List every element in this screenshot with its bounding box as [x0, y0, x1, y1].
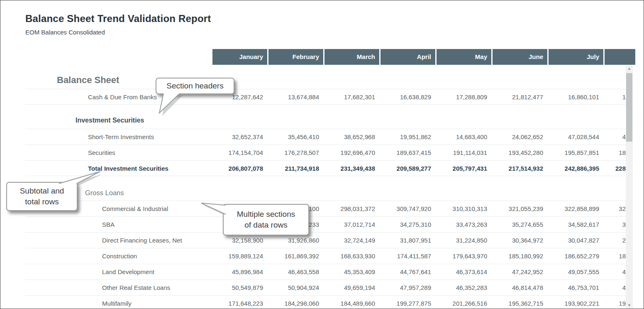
- cell-may: 46,352,283: [437, 280, 493, 295]
- cell-july: 193,902,221: [549, 296, 605, 309]
- cell-clipped: 19: [605, 296, 626, 309]
- cell-july: 46,753,701: [549, 280, 605, 295]
- cell-clipped: 32: [605, 201, 626, 216]
- cell-july: 30,047,827: [549, 233, 605, 248]
- table-row: Direct Financing Leases, Net 32,158,900 …: [25, 232, 626, 248]
- vertical-scrollbar[interactable]: ▲ ▼: [626, 66, 633, 309]
- cell-january: 206,807,078: [212, 161, 268, 176]
- cell-july: 49,057,555: [549, 264, 605, 280]
- cell-april: 189,637,415: [381, 145, 437, 160]
- column-header-february: February: [268, 49, 323, 65]
- cell-april: 16,638,829: [381, 89, 437, 105]
- cell-june: 193,452,280: [493, 145, 549, 160]
- cell-july: 16,860,101: [549, 89, 605, 105]
- scroll-down-icon[interactable]: ▼: [626, 302, 633, 309]
- section-header-label: Investment Securities: [76, 114, 144, 127]
- table-section-title: Balance Sheet: [57, 75, 119, 86]
- page-subtitle: EOM Balances Consolidated: [25, 29, 105, 36]
- cell-may: 33,473,263: [437, 217, 493, 232]
- cell-clipped: 1: [605, 89, 626, 105]
- table-row: Securities 174,154,704 176,278,507 192,6…: [25, 145, 626, 160]
- cell-february: 13,674,884: [268, 89, 324, 105]
- scroll-up-icon[interactable]: ▲: [626, 66, 633, 72]
- cell-april: 209,589,277: [381, 161, 437, 176]
- table-row: Land Development 45,896,984 46,463,558 4…: [25, 264, 626, 280]
- cell-april: 31,807,951: [381, 233, 437, 248]
- table-row: Cash & Due From Banks 12,287,642 13,674,…: [25, 89, 626, 105]
- cell-march: 45,353,409: [324, 264, 381, 280]
- callout-text: Section headers: [166, 81, 223, 91]
- table-row: Short-Term Investments 32,652,374 35,456…: [25, 129, 626, 145]
- cell-january: 50,549,879: [212, 280, 268, 295]
- cell-june: 21,812,477: [493, 89, 549, 105]
- row-label: Commercial & Industrial: [102, 201, 168, 216]
- callout-subtotal-total-rows: Subtotal and total rows: [6, 182, 78, 211]
- total-row: Total Investment Securities 206,807,078 …: [25, 160, 626, 176]
- column-header-may: May: [437, 49, 491, 65]
- callout-multiple-sections: Multiple sections of data rows: [223, 204, 309, 235]
- cell-march: 37,012,714: [324, 217, 381, 232]
- cell-may: 205,797,431: [437, 161, 493, 176]
- cell-february: 184,298,060: [268, 296, 324, 309]
- column-header-january: January: [212, 49, 267, 65]
- row-label: Multifamily: [102, 296, 132, 309]
- cell-june: 24,062,652: [493, 129, 549, 145]
- row-label: Total Investment Securities: [88, 161, 168, 176]
- cell-february: 50,904,924: [268, 280, 324, 295]
- cell-march: 184,489,660: [324, 296, 381, 309]
- cell-may: 191,114,031: [437, 145, 493, 160]
- report-window: Balance Sheet Trend Validation Report EO…: [0, 0, 644, 309]
- column-header-june: June: [493, 49, 547, 65]
- cell-april: 199,277,875: [381, 296, 437, 309]
- cell-june: 30,364,972: [493, 233, 549, 248]
- cell-april: 34,275,310: [381, 217, 437, 232]
- cell-april: 44,767,641: [381, 264, 437, 280]
- cell-june: 321,055,239: [493, 201, 549, 216]
- cell-february: 35,456,410: [268, 129, 324, 145]
- table-row: Commercial & Industrial 100 298,031,372 …: [25, 201, 626, 216]
- cell-march: 38,652,968: [324, 129, 381, 145]
- cell-march: 49,659,194: [324, 280, 381, 295]
- table-row: SBA 233 37,012,714 34,275,310 33,473,263…: [25, 216, 626, 232]
- cell-june: 47,242,952: [493, 264, 549, 280]
- cell-clipped: 228: [605, 161, 626, 176]
- table-row: Construction 159,889,124 161,869,392 168…: [25, 248, 626, 264]
- cell-clipped: 4: [605, 280, 626, 295]
- column-header-april: April: [381, 49, 435, 65]
- cell-april: 309,747,920: [381, 201, 437, 216]
- column-header-march: March: [324, 49, 379, 65]
- section-header-label: Gross Loans: [85, 186, 124, 199]
- cell-june: 35,274,655: [493, 217, 549, 232]
- row-label: Securities: [88, 145, 115, 160]
- cell-clipped: 3: [605, 217, 626, 232]
- cell-june: 46,814,478: [493, 280, 549, 295]
- cell-july: 322,858,899: [549, 201, 605, 216]
- page-title: Balance Sheet Trend Validation Report: [25, 13, 211, 25]
- cell-july: 47,028,544: [549, 129, 605, 145]
- cell-february: 46,463,558: [268, 264, 324, 280]
- row-label: SBA: [102, 217, 115, 232]
- cell-march: 17,682,301: [324, 89, 381, 105]
- cell-january: 45,896,984: [212, 264, 268, 280]
- cell-june: 185,180,992: [493, 248, 549, 264]
- cell-july: 242,886,395: [549, 161, 605, 176]
- column-header-july: July: [549, 49, 603, 65]
- cell-january: 174,154,704: [212, 145, 268, 160]
- callout-text: Multiple sections of data rows: [237, 209, 295, 230]
- cell-june: 195,362,715: [493, 296, 549, 309]
- cell-may: 14,683,400: [437, 129, 493, 145]
- cell-clipped: 18: [605, 248, 626, 264]
- callout-text: Subtotal and total rows: [20, 186, 64, 207]
- scrollbar-thumb[interactable]: [626, 73, 632, 142]
- cell-clipped: 4: [605, 264, 626, 280]
- row-label: Direct Financing Leases, Net: [102, 233, 182, 248]
- cell-may: 31,224,850: [437, 233, 493, 248]
- cell-may: 310,310,313: [437, 201, 493, 216]
- cell-clipped: 4: [605, 129, 626, 145]
- month-header-row: January February March April May June Ju…: [212, 49, 635, 65]
- cell-clipped: 2: [605, 233, 626, 248]
- row-label: Short-Term Investments: [88, 129, 154, 145]
- cell-february: 161,869,392: [268, 248, 324, 264]
- cell-january: 171,648,223: [212, 296, 268, 309]
- cell-march: 298,031,372: [324, 201, 381, 216]
